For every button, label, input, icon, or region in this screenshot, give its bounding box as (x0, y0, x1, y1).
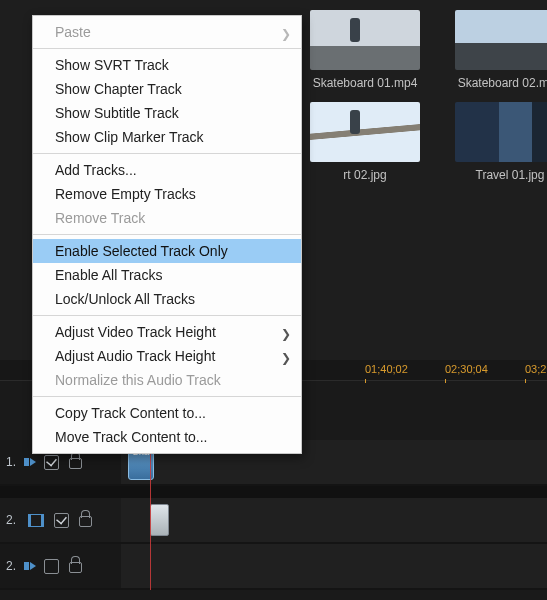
menu-separator (33, 396, 301, 397)
menu-item[interactable]: Move Track Content to... (33, 425, 301, 449)
track-audio-2[interactable]: 2. (0, 544, 547, 590)
menu-item: Remove Track (33, 206, 301, 230)
menu-item[interactable]: Adjust Video Track Height❯ (33, 320, 301, 344)
chevron-right-icon: ❯ (281, 25, 291, 43)
menu-item[interactable]: Show SVRT Track (33, 53, 301, 77)
track-enable-checkbox[interactable] (44, 455, 59, 470)
menu-item-label: Add Tracks... (55, 162, 137, 178)
menu-item[interactable]: Enable All Tracks (33, 263, 301, 287)
menu-item: Normalize this Audio Track (33, 368, 301, 392)
speaker-icon[interactable] (30, 458, 36, 466)
media-item[interactable]: rt 02.jpg (310, 102, 420, 182)
playhead[interactable] (150, 440, 151, 590)
track-header: 2. (0, 513, 121, 528)
menu-item[interactable]: Lock/Unlock All Tracks (33, 287, 301, 311)
film-icon[interactable] (28, 514, 44, 527)
menu-item-label: Show Clip Marker Track (55, 129, 204, 145)
timeline-tracks: 1. Ska 2. 2. (0, 440, 547, 590)
menu-item-label: Paste (55, 24, 91, 40)
lock-icon[interactable] (79, 516, 92, 527)
timeline-clip[interactable] (150, 504, 169, 536)
menu-item-label: Adjust Audio Track Height (55, 348, 215, 364)
menu-item[interactable]: Enable Selected Track Only (33, 239, 301, 263)
media-label: Skateboard 02.mp4 (455, 76, 547, 90)
menu-item-label: Remove Empty Tracks (55, 186, 196, 202)
menu-item: Paste❯ (33, 20, 301, 44)
media-thumbnail[interactable] (310, 102, 420, 162)
menu-item-label: Normalize this Audio Track (55, 372, 221, 388)
track-enable-checkbox[interactable] (54, 513, 69, 528)
track-body[interactable] (121, 498, 547, 542)
media-label: rt 02.jpg (310, 168, 420, 182)
ruler-tick: 02;30;04 (445, 360, 488, 383)
menu-item-label: Lock/Unlock All Tracks (55, 291, 195, 307)
track-header: 1. (0, 455, 121, 470)
chevron-right-icon: ❯ (281, 325, 291, 343)
track-number: 2. (6, 559, 18, 573)
menu-item-label: Show Subtitle Track (55, 105, 179, 121)
track-enable-checkbox[interactable] (44, 559, 59, 574)
ruler-tick: 01;40;02 (365, 360, 408, 383)
menu-item[interactable]: Copy Track Content to... (33, 401, 301, 425)
menu-item[interactable]: Show Chapter Track (33, 77, 301, 101)
media-thumbnail[interactable] (455, 10, 547, 70)
media-thumbnail[interactable] (455, 102, 547, 162)
track-number: 1. (6, 455, 18, 469)
menu-item[interactable]: Adjust Audio Track Height❯ (33, 344, 301, 368)
chevron-right-icon: ❯ (281, 349, 291, 367)
media-item[interactable]: Travel 01.jpg (455, 102, 547, 182)
menu-item[interactable]: Show Clip Marker Track (33, 125, 301, 149)
media-item[interactable]: Skateboard 02.mp4 (455, 10, 547, 90)
speaker-icon[interactable] (30, 562, 36, 570)
menu-separator (33, 315, 301, 316)
track-context-menu[interactable]: Paste❯Show SVRT TrackShow Chapter TrackS… (32, 15, 302, 454)
menu-item-label: Enable Selected Track Only (55, 243, 228, 259)
menu-separator (33, 234, 301, 235)
menu-item-label: Move Track Content to... (55, 429, 208, 445)
ruler-tick: 03;20;0 (525, 360, 547, 383)
track-video-2[interactable]: 2. (0, 498, 547, 544)
lock-icon[interactable] (69, 458, 82, 469)
menu-separator (33, 48, 301, 49)
menu-item[interactable]: Remove Empty Tracks (33, 182, 301, 206)
lock-icon[interactable] (69, 562, 82, 573)
media-label: Travel 01.jpg (455, 168, 547, 182)
menu-item[interactable]: Add Tracks... (33, 158, 301, 182)
media-label: Skateboard 01.mp4 (310, 76, 420, 90)
menu-separator (33, 153, 301, 154)
menu-item-label: Remove Track (55, 210, 145, 226)
track-number: 2. (6, 513, 18, 527)
track-header: 2. (0, 559, 121, 574)
menu-item-label: Show Chapter Track (55, 81, 182, 97)
menu-item-label: Adjust Video Track Height (55, 324, 216, 340)
menu-item-label: Copy Track Content to... (55, 405, 206, 421)
media-thumbnail[interactable] (310, 10, 420, 70)
menu-item[interactable]: Show Subtitle Track (33, 101, 301, 125)
track-body[interactable] (121, 544, 547, 588)
menu-item-label: Show SVRT Track (55, 57, 169, 73)
menu-item-label: Enable All Tracks (55, 267, 162, 283)
media-item[interactable]: Skateboard 01.mp4 (310, 10, 420, 90)
